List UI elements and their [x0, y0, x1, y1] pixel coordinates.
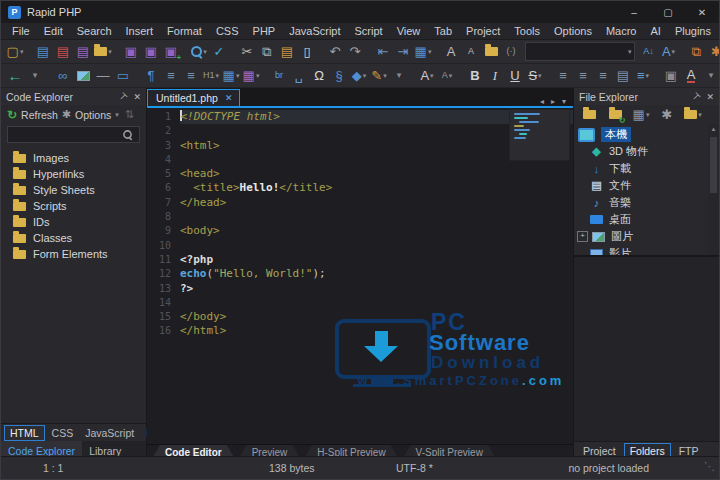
indent-icon[interactable]: ⇥: [394, 42, 412, 62]
scroll-up-icon[interactable]: ▲: [708, 124, 719, 132]
undo-icon[interactable]: ↶: [326, 42, 344, 62]
tree-item--[interactable]: 本機: [574, 126, 719, 143]
bullet-list-icon[interactable]: ≡: [162, 66, 180, 86]
folder-menu-icon[interactable]: ▾: [684, 105, 702, 125]
special-char-icon[interactable]: Ω: [310, 66, 328, 86]
tree-item--[interactable]: ♪音樂: [574, 194, 719, 211]
tree-item-3d-[interactable]: ◆3D 物件: [574, 143, 719, 160]
options-button[interactable]: Options: [75, 109, 111, 121]
comment-tag-icon[interactable]: ▭: [114, 66, 132, 86]
menu-css[interactable]: CSS: [209, 23, 246, 39]
tree-item--[interactable]: 影片: [574, 245, 719, 255]
expand-icon[interactable]: +: [577, 231, 588, 242]
regex-icon[interactable]: (·): [502, 42, 520, 62]
new-php-icon[interactable]: ▤: [54, 42, 72, 62]
image-icon[interactable]: [74, 66, 92, 86]
tree-item--[interactable]: +圖片: [574, 228, 719, 245]
clipboard-icon[interactable]: ▯: [298, 42, 316, 62]
menu-script[interactable]: Script: [348, 23, 390, 39]
tab-close-icon[interactable]: ✕: [225, 93, 233, 103]
find-text-icon[interactable]: A: [442, 42, 460, 62]
replace-icon[interactable]: A: [462, 42, 480, 62]
search-input[interactable]: [8, 129, 122, 140]
menu-file[interactable]: File: [5, 23, 37, 39]
folder-item-images[interactable]: Images: [1, 150, 146, 166]
menu-javascript[interactable]: JavaScript: [282, 23, 347, 39]
find-in-files-icon[interactable]: [482, 42, 500, 62]
menu-tab[interactable]: Tab: [427, 23, 459, 39]
tab-javascript[interactable]: JavaScript: [80, 426, 139, 440]
close-panel-icon[interactable]: ✕: [706, 92, 714, 102]
folder-item-ids[interactable]: IDs: [1, 214, 146, 230]
numbered-list-icon[interactable]: ≡: [182, 66, 200, 86]
font-color-icon[interactable]: A: [682, 66, 700, 86]
menu-edit[interactable]: Edit: [37, 23, 70, 39]
tab-html[interactable]: HTML: [4, 425, 45, 441]
unindent-icon[interactable]: ⇤: [374, 42, 392, 62]
heading-icon[interactable]: H1▾: [202, 66, 220, 86]
mark-results-icon[interactable]: ✱: [708, 42, 720, 62]
open-folder-icon[interactable]: [580, 105, 598, 125]
back-icon[interactable]: ←: [6, 66, 24, 86]
find-icon[interactable]: ▾: [190, 42, 208, 62]
style-brush-icon[interactable]: ✎▾: [370, 66, 388, 86]
list-format-icon[interactable]: ≡▾: [634, 66, 652, 86]
editor-tab[interactable]: Untitled1.php ✕: [147, 89, 240, 106]
bold-icon[interactable]: B: [466, 66, 484, 86]
align-right-icon[interactable]: ≡: [594, 66, 612, 86]
save-as-icon[interactable]: ▣: [142, 42, 160, 62]
folder-item-form-elements[interactable]: Form Elements: [1, 246, 146, 262]
spell-check-icon[interactable]: ✓: [210, 42, 228, 62]
div-layout-icon[interactable]: ▦▾: [242, 66, 260, 86]
tree-scrollbar[interactable]: ▲: [708, 124, 719, 255]
refresh-icon[interactable]: ↻: [7, 108, 17, 122]
folder-item-classes[interactable]: Classes: [1, 230, 146, 246]
search-combobox[interactable]: ▾: [525, 42, 635, 61]
tab-list-icon[interactable]: ▾: [562, 97, 566, 106]
font-name-icon[interactable]: A▾: [418, 66, 436, 86]
open-file-icon[interactable]: ▾: [94, 42, 112, 62]
options-dropdown-icon[interactable]: ▾: [115, 111, 119, 119]
search-combobox-input[interactable]: [526, 45, 628, 58]
menu-ai[interactable]: AI: [643, 23, 667, 39]
close-panel-icon[interactable]: ✕: [133, 92, 141, 102]
menu-search[interactable]: Search: [70, 23, 119, 39]
minimap[interactable]: [509, 109, 570, 161]
table-icon[interactable]: ▦▾: [222, 66, 240, 86]
resize-grip[interactable]: ⋱: [704, 460, 715, 473]
nbsp-icon[interactable]: ␣: [290, 66, 308, 86]
code-editor[interactable]: 1<!DOCTYPE html>23<html>45<head>6 <title…: [147, 108, 573, 444]
tab-css[interactable]: CSS: [47, 426, 79, 440]
tab-scroll-left-icon[interactable]: ◂: [540, 97, 544, 106]
redo-icon[interactable]: ↷: [346, 42, 364, 62]
paste-icon[interactable]: ▤: [278, 42, 296, 62]
hyperlink-icon[interactable]: ∞: [54, 66, 72, 86]
tree-item--[interactable]: ▤文件: [574, 177, 719, 194]
tab-scroll-right-icon[interactable]: ▸: [551, 97, 555, 106]
tag-icon[interactable]: ◆▾: [350, 66, 368, 86]
script-block-icon[interactable]: §: [330, 66, 348, 86]
find-next-icon[interactable]: A↓: [640, 42, 658, 62]
strikethrough-icon[interactable]: S▾: [526, 66, 544, 86]
new-html-icon[interactable]: ▤: [34, 42, 52, 62]
gear-icon[interactable]: ✱: [62, 108, 71, 121]
nav-history-icon[interactable]: ▾: [26, 66, 44, 86]
align-left-icon[interactable]: ≡: [554, 66, 572, 86]
line-break-icon[interactable]: br: [270, 66, 288, 86]
copy-results-icon[interactable]: ⧉: [688, 42, 706, 62]
menu-options[interactable]: Options: [547, 23, 599, 39]
tree-item--[interactable]: 桌面: [574, 211, 719, 228]
sort-icon[interactable]: ⇅: [125, 108, 134, 121]
folder-item-hyperlinks[interactable]: Hyperlinks: [1, 166, 146, 182]
table-menu-icon[interactable]: ▦▾: [414, 42, 432, 62]
menu-plugins[interactable]: Plugins: [668, 23, 718, 39]
menu-project[interactable]: Project: [459, 23, 507, 39]
refresh-folder-icon[interactable]: ↻: [606, 105, 624, 125]
save-icon[interactable]: ▣: [122, 42, 140, 62]
menu-tools[interactable]: Tools: [507, 23, 547, 39]
code-explorer-search[interactable]: [7, 126, 140, 143]
more-tools-icon[interactable]: ▾: [390, 66, 408, 86]
color-more-icon[interactable]: ▾: [702, 66, 720, 86]
cut-icon[interactable]: ✂: [238, 42, 256, 62]
minimize-button[interactable]: –: [617, 1, 651, 23]
